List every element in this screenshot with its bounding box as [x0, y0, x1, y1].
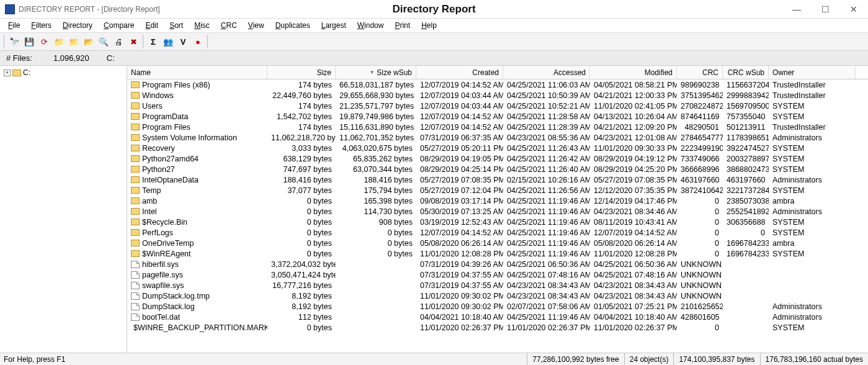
cell-name: swapfile.sys: [127, 281, 267, 290]
tree-root-label: C:: [23, 68, 30, 77]
cell-crc: UNKNOWN: [677, 271, 723, 279]
cell-crcw: 1696784233: [723, 239, 769, 248]
folder-icon: [131, 208, 140, 215]
cell-wsub: 188,416 bytes: [336, 176, 416, 184]
cell-crc: 3751395462: [677, 91, 723, 100]
menu-view[interactable]: View: [244, 20, 269, 30]
column-modified[interactable]: Modified: [590, 66, 677, 79]
expand-icon[interactable]: +: [4, 70, 11, 76]
menu-sort[interactable]: Sort: [165, 20, 187, 30]
record-icon[interactable]: ●: [191, 35, 205, 48]
table-row[interactable]: $Recycle.Bin0 bytes908 bytes03/19/2019 1…: [127, 217, 868, 227]
magnify-icon[interactable]: 🔍: [97, 35, 110, 48]
menu-file[interactable]: File: [4, 20, 24, 30]
list-body[interactable]: Program Files (x86)174 bytes66,518,031,1…: [127, 79, 868, 353]
table-row[interactable]: $WINRE_BACKUP_PARTITION.MARKER0 bytes11/…: [127, 322, 868, 333]
cell-wsub: 165,398 bytes: [336, 197, 416, 205]
menu-crc[interactable]: CRC: [217, 20, 241, 30]
column-size[interactable]: Size: [267, 66, 336, 79]
cell-accessed: 04/23/2021 08:34:43 AM: [503, 281, 590, 290]
table-row[interactable]: Program Files (x86)174 bytes66,518,031,1…: [127, 79, 868, 90]
column-wsub[interactable]: Size wSub: [336, 66, 416, 79]
refresh-icon[interactable]: ⟳: [37, 35, 51, 48]
table-row[interactable]: bootTel.dat112 bytes04/04/2021 10:18:40 …: [127, 312, 868, 322]
cell-owner: SYSTEM: [769, 323, 856, 332]
table-row[interactable]: Intel0 bytes114,730 bytes05/30/2019 07:1…: [127, 206, 868, 217]
status-actual: 176,783,196,160 actual bytes: [760, 353, 868, 365]
cell-crc: UNKNOWN: [677, 281, 723, 290]
folder-green-icon[interactable]: 📁: [67, 35, 81, 48]
menu-print[interactable]: Print: [390, 20, 414, 30]
people-icon[interactable]: 👥: [161, 35, 175, 48]
cell-accessed: 04/25/2021 11:19:46 AM: [503, 197, 590, 205]
column-crcw[interactable]: CRC wSub: [723, 66, 769, 79]
cell-crc: 0: [677, 323, 723, 332]
cell-size: 188,416 bytes: [267, 176, 336, 184]
menu-largest[interactable]: Largest: [317, 20, 351, 30]
table-row[interactable]: Recovery3,033 bytes4,063,020,675 bytes05…: [127, 143, 868, 153]
minimize-button[interactable]: —: [782, 0, 811, 19]
cell-crcw: 757355040: [723, 112, 769, 121]
menu-misc[interactable]: Misc: [190, 20, 214, 30]
maximize-button[interactable]: ☐: [811, 0, 839, 19]
folder-yellow-icon[interactable]: 📁: [52, 35, 66, 48]
table-row[interactable]: pagefile.sys3,050,471,424 bytes07/31/201…: [127, 269, 868, 280]
cell-accessed: 04/23/2021 08:55:36 AM: [503, 133, 590, 142]
table-row[interactable]: hiberfil.sys3,372,204,032 bytes07/31/201…: [127, 259, 868, 269]
table-row[interactable]: DumpStack.log8,192 bytes11/01/2020 09:30…: [127, 301, 868, 312]
column-created[interactable]: Created: [416, 66, 503, 79]
files-count: 1,096,920: [53, 53, 89, 63]
cell-crcw: 3868802473: [723, 165, 769, 174]
close-button[interactable]: ✕: [839, 0, 868, 19]
cell-created: 11/01/2020 12:08:28 PM: [416, 250, 503, 258]
cell-name: bootTel.dat: [127, 313, 267, 322]
table-row[interactable]: Python27747,697 bytes63,070,344 bytes08/…: [127, 164, 868, 174]
tree-root[interactable]: + C:: [2, 68, 127, 77]
sigma-icon[interactable]: Σ: [146, 35, 160, 48]
menu-directory[interactable]: Directory: [58, 20, 97, 30]
cell-modified: 04/23/2021 12:01:08 AM: [590, 133, 677, 142]
table-row[interactable]: PerfLogs0 bytes0 bytes12/07/2019 04:14:5…: [127, 227, 868, 238]
table-row[interactable]: DumpStack.log.tmp8,192 bytes11/01/2020 0…: [127, 291, 868, 301]
statusbar: For Help, press F1 77,286,100,992 bytes …: [0, 353, 868, 365]
cell-owner: Administrators: [769, 176, 856, 184]
menu-filters[interactable]: Filters: [27, 20, 56, 30]
table-row[interactable]: ProgramData1,542,702 bytes19,879,749,986…: [127, 111, 868, 122]
table-row[interactable]: Windows22,449,760 bytes29,655,668,930 by…: [127, 90, 868, 101]
menu-edit[interactable]: Edit: [141, 20, 163, 30]
menu-help[interactable]: Help: [417, 20, 441, 30]
cell-created: 05/30/2019 07:13:25 AM: [416, 207, 503, 216]
table-row[interactable]: IntelOptaneData188,416 bytes188,416 byte…: [127, 174, 868, 185]
column-owner[interactable]: Owner: [769, 66, 856, 79]
menu-window[interactable]: Window: [353, 20, 388, 30]
column-accessed[interactable]: Accessed: [503, 66, 590, 79]
cell-owner: TrustedInstaller: [769, 81, 856, 89]
cell-wsub: 4,063,020,675 bytes: [336, 144, 416, 153]
table-row[interactable]: swapfile.sys16,777,216 bytes07/31/2019 0…: [127, 280, 868, 291]
check-icon[interactable]: V: [176, 35, 190, 48]
tree-pane[interactable]: + C:: [0, 66, 127, 353]
table-row[interactable]: $WinREAgent0 bytes0 bytes11/01/2020 12:0…: [127, 248, 868, 259]
delete-icon[interactable]: ✖: [127, 35, 140, 48]
table-row[interactable]: Program Files174 bytes15,116,631,890 byt…: [127, 122, 868, 132]
menu-compare[interactable]: Compare: [99, 20, 138, 30]
table-row[interactable]: OneDriveTemp0 bytes0 bytes05/08/2020 06:…: [127, 238, 868, 248]
cell-crcw: 463197660: [723, 176, 769, 184]
cell-wsub: 63,070,344 bytes: [336, 165, 416, 174]
column-crc[interactable]: CRC: [677, 66, 723, 79]
table-row[interactable]: amb0 bytes165,398 bytes09/08/2019 03:17:…: [127, 196, 868, 206]
printer-icon[interactable]: 🖨: [112, 35, 125, 48]
table-row[interactable]: Python27amd64638,129 bytes65,835,262 byt…: [127, 153, 868, 164]
binoculars-icon[interactable]: 🔭: [7, 35, 21, 48]
table-row[interactable]: Temp37,077 bytes175,794 bytes05/27/2019 …: [127, 185, 868, 196]
folder-open-icon[interactable]: 📂: [82, 35, 96, 48]
cell-wsub: 29,655,668,930 bytes: [336, 91, 416, 100]
save-icon[interactable]: 💾: [22, 35, 36, 48]
table-row[interactable]: System Volume Information11,062,218,720 …: [127, 132, 868, 143]
column-name[interactable]: Name: [127, 66, 267, 79]
table-row[interactable]: Users174 bytes21,235,571,797 bytes12/07/…: [127, 101, 868, 111]
menu-duplicates[interactable]: Duplicates: [271, 20, 315, 30]
cell-wsub: 114,730 bytes: [336, 207, 416, 216]
cell-owner: Administrators: [769, 313, 856, 322]
cell-crc: 0: [677, 228, 723, 237]
